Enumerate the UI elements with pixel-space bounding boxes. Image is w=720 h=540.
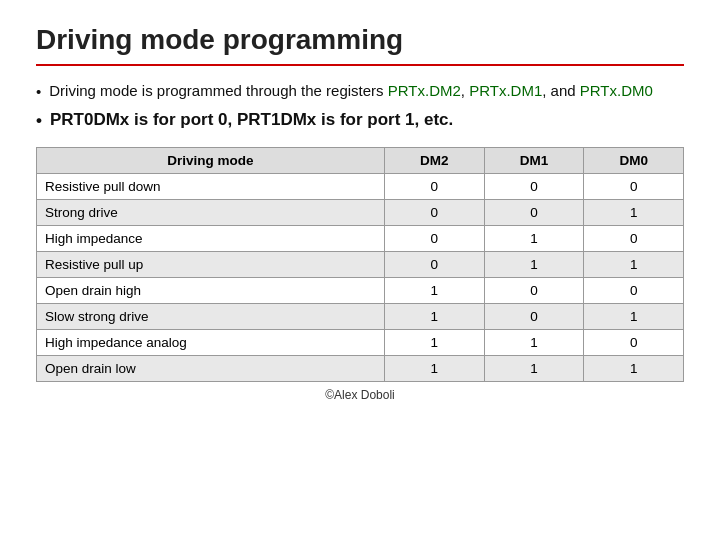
cell-mode: Open drain high — [37, 277, 385, 303]
footer-copyright: ©Alex Doboli — [36, 388, 684, 402]
table-row: Open drain low111 — [37, 355, 684, 381]
bullet-item-1: • Driving mode is programmed through the… — [36, 80, 684, 102]
table-row: Resistive pull down000 — [37, 173, 684, 199]
link-prtx-dm1: PRTx.DM1 — [469, 82, 542, 99]
table-row: High impedance010 — [37, 225, 684, 251]
table-header-row: Driving mode DM2 DM1 DM0 — [37, 147, 684, 173]
cell-dm2: 1 — [384, 303, 484, 329]
bullet-list: • Driving mode is programmed through the… — [36, 80, 684, 133]
bullet-dot-1: • — [36, 81, 41, 102]
page-container: Driving mode programming • Driving mode … — [0, 0, 720, 418]
table-row: Strong drive001 — [37, 199, 684, 225]
cell-dm2: 0 — [384, 251, 484, 277]
cell-dm0: 0 — [584, 329, 684, 355]
cell-mode: Strong drive — [37, 199, 385, 225]
cell-dm0: 0 — [584, 277, 684, 303]
bullet-item-2: • PRT0DMx is for port 0, PRT1DMx is for … — [36, 108, 684, 133]
cell-dm2: 0 — [384, 225, 484, 251]
cell-dm2: 0 — [384, 173, 484, 199]
cell-dm2: 1 — [384, 355, 484, 381]
cell-dm1: 0 — [484, 303, 584, 329]
table-row: Slow strong drive101 — [37, 303, 684, 329]
cell-mode: Slow strong drive — [37, 303, 385, 329]
cell-dm0: 1 — [584, 251, 684, 277]
table-row: High impedance analog110 — [37, 329, 684, 355]
driving-mode-table: Driving mode DM2 DM1 DM0 Resistive pull … — [36, 147, 684, 382]
cell-dm0: 0 — [584, 225, 684, 251]
table-row: Open drain high100 — [37, 277, 684, 303]
page-title: Driving mode programming — [36, 24, 684, 56]
cell-dm2: 0 — [384, 199, 484, 225]
title-divider — [36, 64, 684, 66]
cell-dm2: 1 — [384, 277, 484, 303]
cell-dm1: 1 — [484, 251, 584, 277]
cell-mode: Open drain low — [37, 355, 385, 381]
cell-mode: Resistive pull down — [37, 173, 385, 199]
bullet-text-2: PRT0DMx is for port 0, PRT1DMx is for po… — [50, 108, 453, 132]
cell-mode: High impedance analog — [37, 329, 385, 355]
cell-dm0: 0 — [584, 173, 684, 199]
cell-dm1: 0 — [484, 277, 584, 303]
col-header-dm0: DM0 — [584, 147, 684, 173]
cell-dm0: 1 — [584, 303, 684, 329]
table-row: Resistive pull up011 — [37, 251, 684, 277]
cell-dm0: 1 — [584, 355, 684, 381]
bullet-text-1: Driving mode is programmed through the r… — [49, 80, 653, 101]
cell-mode: High impedance — [37, 225, 385, 251]
bullet-dot-2: • — [36, 109, 42, 133]
cell-mode: Resistive pull up — [37, 251, 385, 277]
cell-dm1: 0 — [484, 173, 584, 199]
col-header-mode: Driving mode — [37, 147, 385, 173]
cell-dm1: 0 — [484, 199, 584, 225]
cell-dm0: 1 — [584, 199, 684, 225]
cell-dm1: 1 — [484, 329, 584, 355]
col-header-dm1: DM1 — [484, 147, 584, 173]
cell-dm1: 1 — [484, 225, 584, 251]
link-prtx-dm2: PRTx.DM2 — [388, 82, 461, 99]
col-header-dm2: DM2 — [384, 147, 484, 173]
cell-dm1: 1 — [484, 355, 584, 381]
cell-dm2: 1 — [384, 329, 484, 355]
link-prtx-dm0: PRTx.DM0 — [580, 82, 653, 99]
